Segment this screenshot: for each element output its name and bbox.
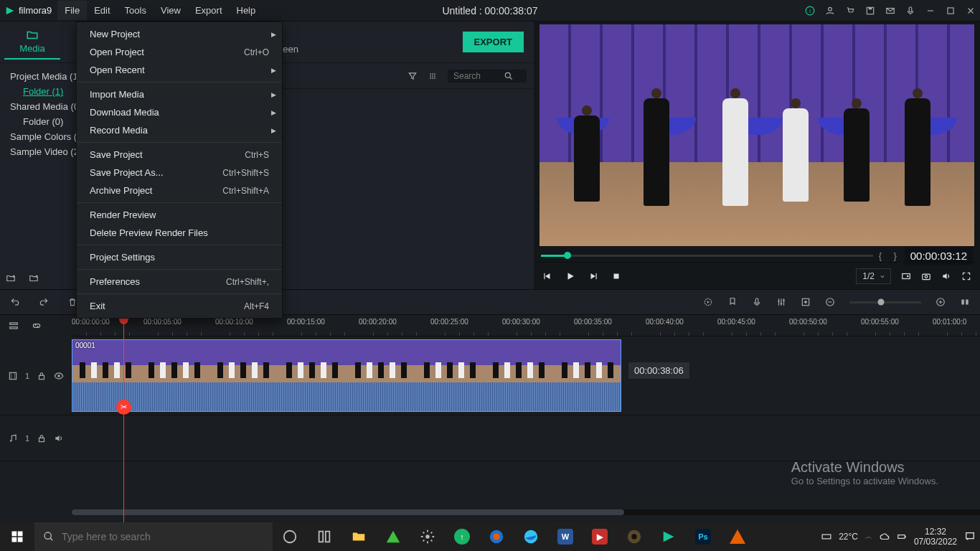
- menu-file[interactable]: File: [57, 1, 87, 20]
- taskbar-search-input[interactable]: [62, 531, 264, 542]
- word-icon[interactable]: W: [548, 522, 583, 551]
- app-icon-1[interactable]: [376, 522, 410, 551]
- save-icon[interactable]: [865, 6, 875, 16]
- grid-view-icon[interactable]: [428, 71, 438, 81]
- menu-help[interactable]: Help: [230, 1, 263, 20]
- voiceover-icon[interactable]: [752, 297, 762, 307]
- video-track-header[interactable]: 1: [0, 336, 72, 415]
- cart-icon[interactable]: [845, 6, 855, 16]
- app-icon-3[interactable]: [617, 522, 651, 551]
- undo-icon[interactable]: [10, 297, 20, 307]
- scrub-handle[interactable]: [564, 252, 571, 259]
- file-menu-item[interactable]: Record Media▶: [77, 121, 282, 139]
- file-menu-item[interactable]: Open Recent▶: [77, 61, 282, 79]
- video-clip[interactable]: 00001: [72, 339, 621, 412]
- photoshop-icon[interactable]: Ps: [686, 522, 720, 551]
- task-view-icon[interactable]: [273, 522, 307, 551]
- start-button[interactable]: [0, 522, 34, 551]
- next-frame-icon[interactable]: [588, 271, 598, 281]
- vlc-icon[interactable]: [720, 522, 755, 551]
- play-icon[interactable]: [565, 271, 575, 281]
- maximize-icon[interactable]: [946, 6, 956, 16]
- zoom-in-icon[interactable]: [936, 297, 946, 307]
- eye-icon[interactable]: [54, 371, 64, 381]
- menu-view[interactable]: View: [154, 1, 188, 20]
- file-explorer-icon[interactable]: [341, 522, 376, 551]
- audio-track-header[interactable]: 1: [0, 415, 72, 461]
- clock[interactable]: 12:32 07/03/2022: [914, 527, 957, 547]
- video-track[interactable]: 00001: [72, 336, 980, 415]
- lock-icon[interactable]: [37, 433, 47, 443]
- mic-icon[interactable]: [905, 6, 915, 16]
- speaker-icon[interactable]: [54, 433, 64, 443]
- search-box[interactable]: [448, 70, 527, 83]
- file-menu-item[interactable]: Download Media▶: [77, 103, 282, 121]
- timeline-scrollbar[interactable]: [72, 509, 980, 515]
- edge-icon[interactable]: [514, 522, 548, 551]
- volume-icon[interactable]: [941, 271, 951, 281]
- zoom-slider[interactable]: [849, 301, 921, 303]
- file-menu-item[interactable]: PreferencesCtrl+Shift+,: [77, 273, 282, 291]
- playback-speed-select[interactable]: 1/2: [856, 268, 891, 284]
- menu-edit[interactable]: Edit: [87, 1, 117, 20]
- zoom-handle[interactable]: [878, 299, 885, 306]
- zoom-fit-icon[interactable]: [960, 297, 970, 307]
- tray-chevron-icon[interactable]: ︿: [865, 532, 872, 542]
- weather-temp[interactable]: 22°C: [839, 532, 858, 542]
- playhead[interactable]: ✂: [123, 315, 124, 522]
- file-menu-item[interactable]: Archive ProjectCtrl+Shift+A: [77, 182, 282, 199]
- preview-video[interactable]: [540, 24, 974, 246]
- file-menu-item[interactable]: ExitAlt+F4: [77, 297, 282, 315]
- account-icon[interactable]: [825, 6, 835, 16]
- browser-icon[interactable]: [479, 522, 514, 551]
- export-button[interactable]: EXPORT: [463, 32, 524, 52]
- keyboard-icon[interactable]: [821, 532, 831, 542]
- file-menu-item[interactable]: Save ProjectCtrl+S: [77, 146, 282, 164]
- audio-track[interactable]: [72, 415, 980, 461]
- file-menu-item[interactable]: Delete Preview Render Files: [77, 224, 282, 242]
- scrollbar-thumb[interactable]: [72, 509, 624, 515]
- scissors-icon[interactable]: ✂: [116, 400, 131, 415]
- mark-in-out[interactable]: { }: [879, 250, 899, 261]
- file-menu-item[interactable]: Save Project As...Ctrl+Shift+S: [77, 164, 282, 182]
- notification-icon[interactable]: [964, 531, 976, 542]
- track-manage-icon[interactable]: [9, 321, 19, 331]
- info-icon[interactable]: i: [805, 6, 815, 16]
- mail-icon[interactable]: [885, 6, 895, 16]
- remove-folder-icon[interactable]: [29, 273, 39, 283]
- file-menu-item[interactable]: Open ProjectCtrl+O: [77, 43, 282, 61]
- file-menu-item[interactable]: New Project▶: [77, 25, 282, 43]
- marker-icon[interactable]: [727, 297, 738, 307]
- filter-icon[interactable]: [407, 71, 418, 81]
- menu-tools[interactable]: Tools: [118, 1, 154, 20]
- lock-icon[interactable]: [37, 371, 47, 381]
- redo-icon[interactable]: [39, 297, 49, 307]
- close-icon[interactable]: [966, 6, 976, 16]
- search-icon[interactable]: [504, 71, 514, 81]
- stop-icon[interactable]: [611, 271, 621, 281]
- scrub-track[interactable]: [541, 255, 873, 257]
- search-input[interactable]: [453, 71, 504, 81]
- zoom-out-icon[interactable]: [825, 297, 835, 307]
- tab-media[interactable]: Media: [4, 25, 60, 60]
- settings-icon[interactable]: [410, 522, 445, 551]
- taskbar-search[interactable]: [34, 522, 273, 551]
- file-menu-item[interactable]: Project Settings: [77, 248, 282, 266]
- app-icon-2[interactable]: ↑: [445, 522, 479, 551]
- menu-export[interactable]: Export: [188, 1, 230, 20]
- quality-icon[interactable]: [901, 271, 911, 281]
- add-folder-icon[interactable]: [6, 273, 16, 283]
- widgets-icon[interactable]: [307, 522, 341, 551]
- youtube-icon[interactable]: ▶: [583, 522, 617, 551]
- prev-frame-icon[interactable]: [542, 271, 552, 281]
- mixer-icon[interactable]: [776, 297, 786, 307]
- file-menu-item[interactable]: Render Preview: [77, 206, 282, 224]
- keyframe-icon[interactable]: [801, 297, 811, 307]
- battery-icon[interactable]: [897, 532, 907, 542]
- link-icon[interactable]: [32, 321, 42, 331]
- minimize-icon[interactable]: [925, 6, 936, 16]
- filmora-taskbar-icon[interactable]: [651, 522, 686, 551]
- fullscreen-icon[interactable]: [961, 271, 971, 281]
- snapshot-icon[interactable]: [921, 271, 931, 281]
- render-icon[interactable]: [703, 297, 713, 307]
